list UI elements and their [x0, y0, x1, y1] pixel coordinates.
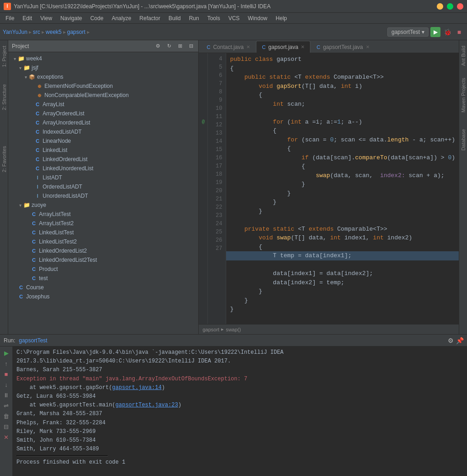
stack-link-2[interactable]: gapsortTest.java:23	[115, 402, 178, 408]
tree-label: LinkedListTest	[39, 229, 74, 236]
menu-item-help[interactable]: Help	[272, 14, 291, 22]
project-collapse-btn[interactable]: ⊟	[187, 43, 195, 50]
run-panel-settings[interactable]: ⚙	[447, 337, 454, 344]
project-tab[interactable]: 1: Project	[0, 42, 8, 70]
tree-item-arrayunorderedlist[interactable]: CArrayUnorderedList	[8, 118, 198, 127]
tree-label: IndexedListADT	[43, 129, 81, 135]
run-pause-btn[interactable]: ⏸	[2, 390, 11, 400]
menu-item-navigate[interactable]: Navigate	[57, 14, 86, 22]
database-tab[interactable]: Database	[459, 125, 467, 154]
run-play-btn[interactable]: ▶	[2, 348, 11, 357]
maximize-button[interactable]	[447, 3, 453, 10]
project-sync-btn[interactable]: ↻	[165, 43, 173, 50]
menu-item-vcs[interactable]: VCS	[225, 14, 244, 22]
tab-gapsorttest-java[interactable]: C gapsortTest.java ✕	[310, 41, 375, 53]
breadcrumb-src[interactable]: src	[33, 29, 40, 35]
tree-item-zuoye[interactable]: ▾📁zuoye	[8, 200, 198, 210]
run-config[interactable]: gapsortTest ▾	[387, 27, 429, 37]
breadcrumb-yanyujun[interactable]: YanYuJun	[3, 29, 27, 35]
right-panel-tabs: Ant Build Maven Projects Database	[459, 40, 467, 334]
tree-item-linkedlisttest2[interactable]: CLinkedListTest2	[8, 237, 198, 246]
gutter-22	[200, 243, 206, 252]
tree-item-arrayorderedlist[interactable]: CArrayOrderedList	[8, 109, 198, 118]
gutter-2	[200, 64, 206, 73]
tree-item-jsjf[interactable]: ▾📁jsjf	[8, 63, 198, 72]
structure-tab[interactable]: 2: Structure	[0, 81, 8, 114]
run-panel-pin[interactable]: 📌	[456, 337, 463, 344]
menu-item-run[interactable]: Run	[185, 14, 203, 22]
tree-item-listadt[interactable]: IListADT	[8, 173, 198, 182]
tab-gapsort-java[interactable]: C gapsort.java ✕	[256, 41, 310, 53]
ant-build-tab[interactable]: Ant Build	[459, 42, 467, 70]
favorites-tab[interactable]: 2: Favorites	[0, 142, 8, 176]
tree-item-unorderedlistadt[interactable]: IUnorderedListADT	[8, 191, 198, 200]
run-print-btn[interactable]: ⊟	[2, 422, 11, 431]
tab-contact-java[interactable]: C Contact.java ✕	[201, 41, 256, 53]
run-scroll-up[interactable]: ↑	[2, 359, 11, 368]
tab-gapsorttest-label: gapsortTest.java	[323, 44, 363, 50]
tree-item-linkedorderedlist2[interactable]: CLinkedOrderedList2	[8, 246, 198, 255]
run-clear-btn[interactable]: 🗑	[2, 411, 11, 421]
tree-item-josephus[interactable]: CJosephus	[8, 292, 198, 301]
tree-item-elementnotfoundexception[interactable]: ⊕ElementNotFoundException	[8, 81, 198, 91]
code-area[interactable]: @ 45678 910111213 141516171	[199, 53, 459, 324]
menu-item-tools[interactable]: Tools	[204, 14, 224, 22]
gutter-9	[200, 126, 206, 135]
code-content[interactable]: public class gapsort { public static <T …	[226, 53, 459, 324]
menu-item-file[interactable]: File	[2, 14, 18, 22]
run-scroll-down[interactable]: ↓	[2, 380, 11, 389]
run-config-dropdown[interactable]: ▾	[422, 29, 424, 35]
tree-item-product[interactable]: CProduct	[8, 265, 198, 274]
output-line-2: Barnes, Sarah 215-555-3827	[16, 366, 463, 374]
tree-item-linkedlisttest[interactable]: CLinkedListTest	[8, 228, 198, 237]
maven-tab[interactable]: Maven Projects	[459, 74, 467, 116]
run-output[interactable]: C:\Program Files\Java\jdk-9.0.4\bin\java…	[13, 346, 467, 476]
tree-item-exceptions[interactable]: ▾📦exceptions	[8, 72, 198, 81]
menu-item-code[interactable]: Code	[87, 14, 107, 22]
tree-item-linkedunorderedlist[interactable]: CLinkedUnorderedList	[8, 164, 198, 173]
window-controls[interactable]	[437, 3, 463, 10]
stop-button[interactable]: ■	[454, 27, 464, 37]
tree-label: ArrayListTest2	[39, 220, 74, 227]
run-stop-btn[interactable]: ■	[2, 369, 11, 379]
tree-item-linearnode[interactable]: CLinearNode	[8, 136, 198, 146]
tree-item-orderedlistadt[interactable]: IOrderedListADT	[8, 182, 198, 191]
tab-gapsorttest-close[interactable]: ✕	[366, 44, 369, 49]
tree-item-course[interactable]: CCourse	[8, 283, 198, 292]
debug-button[interactable]: 🐞	[442, 27, 452, 37]
breadcrumb-gapsort[interactable]: gapsort	[67, 29, 86, 35]
output-line-6: at week5.gapsortTest.main(gapsortTest.ja…	[16, 401, 463, 410]
menu-item-analyze[interactable]: Analyze	[108, 14, 135, 22]
close-button[interactable]	[457, 3, 463, 10]
tree-item-noncomparableelementexception[interactable]: ⊕NonComparableElementException	[8, 91, 198, 100]
gutter-18	[200, 207, 206, 216]
menu-item-edit[interactable]: Edit	[19, 14, 36, 22]
editor-breadcrumb: gapsort ▸ swap()	[199, 324, 459, 334]
tree-item-linkedorderedlist[interactable]: CLinkedOrderedList	[8, 155, 198, 164]
tree-item-arraylist[interactable]: CArrayList	[8, 100, 198, 109]
tree-item-linkedorderedlist2test[interactable]: CLinkedOrderedList2Test	[8, 255, 198, 265]
tree-item-week4[interactable]: ▾📁week4	[8, 54, 198, 63]
tree-item-indexedlistadt[interactable]: CIndexedListADT	[8, 127, 198, 136]
breadcrumb-week5[interactable]: week5	[46, 29, 62, 35]
stack-link-1[interactable]: gapsort.java:14	[112, 384, 162, 391]
tree-item-arraylisttest[interactable]: CArrayListTest	[8, 210, 198, 219]
menu-item-window[interactable]: Window	[244, 14, 271, 22]
tree-item-arraylisttest2[interactable]: CArrayListTest2	[8, 219, 198, 228]
menu-item-view[interactable]: View	[37, 14, 56, 22]
menu-item-build[interactable]: Build	[165, 14, 185, 22]
tree-label: LinkedList	[43, 147, 67, 153]
minimize-button[interactable]	[437, 3, 443, 10]
project-settings-btn[interactable]: ⚙	[154, 43, 162, 50]
tree-label: UnorderedListADT	[43, 193, 88, 199]
tab-gapsort-close[interactable]: ✕	[301, 44, 304, 49]
gutter-5	[200, 91, 206, 100]
tree-item-test[interactable]: Ctest	[8, 274, 198, 283]
tree-item-linkedlist[interactable]: CLinkedList	[8, 146, 198, 155]
project-expand-btn[interactable]: ⊞	[176, 43, 184, 50]
run-wrap-btn[interactable]: ⇌	[2, 401, 11, 410]
tab-contact-close[interactable]: ✕	[246, 44, 250, 49]
run-close-btn[interactable]: ✕	[2, 433, 11, 442]
run-button[interactable]: ▶	[430, 27, 440, 37]
menu-item-refactor[interactable]: Refactor	[136, 14, 164, 22]
